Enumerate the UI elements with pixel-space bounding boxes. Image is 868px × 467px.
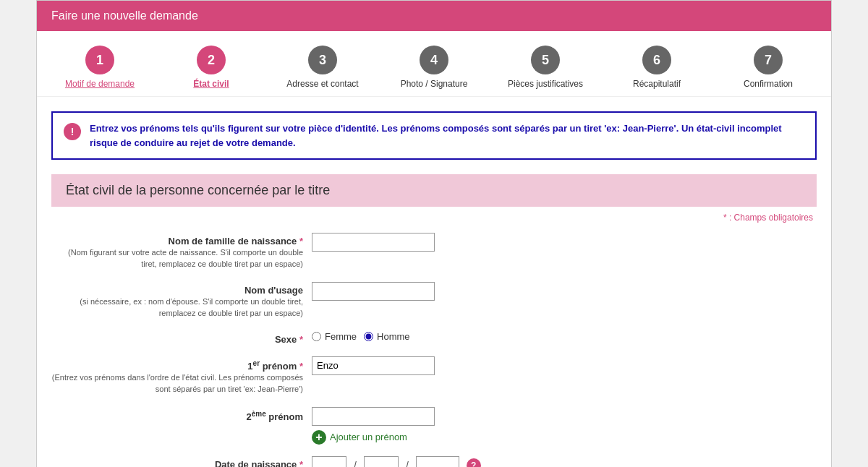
step-5-label: Pièces justificatives — [508, 79, 583, 89]
nom-naissance-label: Nom de famille de naissance * — [169, 236, 303, 247]
required-note-text: * : Champs obligatoires — [723, 213, 813, 223]
step-6[interactable]: 6 Récapitulatif — [610, 46, 704, 89]
deuxieme-prenom-label-col: 2ème prénom — [51, 407, 312, 422]
deuxieme-prenom-row: 2ème prénom + Ajouter un prénom — [51, 407, 817, 445]
step-4-circle: 4 — [420, 46, 448, 74]
nom-usage-control — [312, 282, 817, 301]
step-7-circle: 7 — [754, 46, 783, 74]
date-sep-1: / — [354, 460, 357, 467]
deuxieme-prenom-input[interactable] — [312, 407, 435, 426]
sexe-label-col: Sexe * — [51, 331, 312, 345]
alert-box: ! Entrez vos prénoms tels qu'ils figuren… — [51, 111, 817, 160]
premier-prenom-sublabel: (Entrez vos prénoms dans l'ordre de l'ét… — [52, 373, 303, 393]
step-5[interactable]: 5 Pièces justificatives — [498, 46, 592, 89]
date-sep-2: / — [406, 460, 409, 467]
step-1[interactable]: 1 Motif de demande — [53, 46, 147, 89]
add-prenom-button[interactable]: + Ajouter un prénom — [312, 430, 407, 445]
step-6-circle: 6 — [642, 46, 671, 74]
nom-naissance-row: Nom de famille de naissance * (Nom figur… — [51, 233, 817, 270]
nom-usage-sublabel: (si nécessaire, ex : nom d'épouse. S'il … — [80, 297, 303, 317]
sexe-homme-text: Homme — [377, 331, 410, 342]
deuxieme-prenom-control: + Ajouter un prénom — [312, 407, 817, 445]
nom-usage-input[interactable] — [312, 282, 435, 301]
form-area: Nom de famille de naissance * (Nom figur… — [37, 226, 831, 467]
premier-prenom-star: * — [299, 361, 303, 372]
date-year-input[interactable] — [416, 456, 459, 467]
step-1-label[interactable]: Motif de demande — [65, 79, 135, 89]
premier-prenom-row: 1er prénom * (Entrez vos prénoms dans l'… — [51, 356, 817, 395]
step-7-label: Confirmation — [744, 79, 793, 89]
nom-usage-row: Nom d'usage (si nécessaire, ex : nom d'é… — [51, 282, 817, 320]
premier-prenom-input[interactable] — [312, 356, 435, 375]
sexe-homme-label[interactable]: Homme — [364, 331, 410, 342]
nom-usage-label: Nom d'usage — [244, 285, 303, 296]
nom-naissance-label-col: Nom de famille de naissance * (Nom figur… — [51, 233, 312, 270]
sexe-star: * — [299, 334, 303, 345]
step-2-circle: 2 — [197, 46, 226, 74]
nom-naissance-sublabel: (Nom figurant sur votre acte de naissanc… — [68, 248, 303, 268]
step-1-circle: 1 — [85, 46, 114, 74]
nom-naissance-control — [312, 233, 817, 252]
premier-prenom-label: 1er prénom * — [247, 361, 303, 372]
step-2-label: État civil — [193, 79, 229, 89]
deuxieme-prenom-label: 2ème prénom — [246, 411, 303, 422]
premier-prenom-control — [312, 356, 817, 375]
date-month-input[interactable] — [364, 456, 399, 467]
date-naissance-label-col: Date de naissance * (JJ/MM/AAAA) — [51, 456, 312, 467]
sexe-femme-radio[interactable] — [312, 332, 321, 341]
step-6-label: Récapitulatif — [633, 79, 681, 89]
alert-icon: ! — [64, 123, 81, 140]
date-naissance-label: Date de naissance * — [215, 459, 303, 467]
nom-usage-label-col: Nom d'usage (si nécessaire, ex : nom d'é… — [51, 282, 312, 320]
step-4-label: Photo / Signature — [401, 79, 468, 89]
sexe-homme-radio[interactable] — [364, 332, 373, 341]
date-naissance-control: / / ? — [312, 456, 817, 467]
page-header: Faire une nouvelle demande — [37, 1, 831, 31]
step-3-label: Adresse et contact — [286, 79, 358, 89]
step-3-circle: 3 — [308, 46, 337, 74]
step-3[interactable]: 3 Adresse et contact — [276, 46, 370, 89]
step-4[interactable]: 4 Photo / Signature — [387, 46, 481, 89]
date-help-icon[interactable]: ? — [467, 458, 481, 467]
add-prenom-label: Ajouter un prénom — [330, 432, 407, 442]
step-2: 2 État civil — [164, 46, 258, 89]
page-title: Faire une nouvelle demande — [51, 9, 198, 22]
step-7[interactable]: 7 Confirmation — [721, 46, 815, 89]
alert-text: Entrez vos prénoms tels qu'ils figurent … — [90, 121, 804, 150]
sexe-control: Femme Homme — [312, 331, 817, 342]
sexe-femme-text: Femme — [325, 331, 357, 342]
date-day-input[interactable] — [312, 456, 346, 467]
nom-naissance-star: * — [299, 236, 303, 247]
step-5-circle: 5 — [531, 46, 560, 74]
sexe-femme-label[interactable]: Femme — [312, 331, 357, 342]
required-note: * : Champs obligatoires — [51, 213, 817, 223]
sexe-label: Sexe * — [275, 334, 303, 345]
premier-prenom-label-col: 1er prénom * (Entrez vos prénoms dans l'… — [51, 356, 312, 395]
steps-bar: 1 Motif de demande 2 État civil 3 Adress… — [37, 31, 831, 97]
add-icon: + — [312, 430, 326, 445]
nom-naissance-input[interactable] — [312, 233, 435, 252]
section-title: État civil de la personne concernée par … — [51, 174, 817, 207]
date-naissance-star: * — [299, 459, 303, 467]
sexe-row: Sexe * Femme Homme — [51, 331, 817, 345]
date-naissance-row: Date de naissance * (JJ/MM/AAAA) / / ? — [51, 456, 817, 467]
